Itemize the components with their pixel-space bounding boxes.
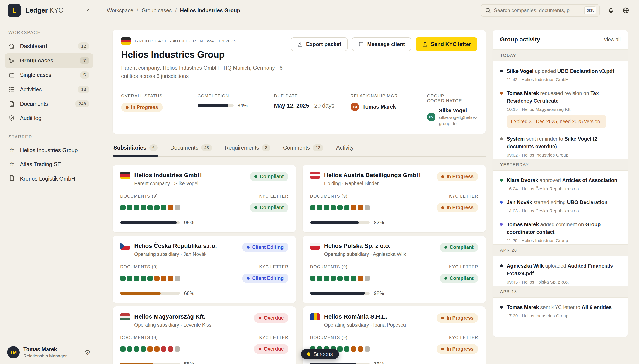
activity-item-body: Silke Vogel uploaded UBO Declaration v3.… bbox=[507, 67, 614, 82]
search-input[interactable] bbox=[494, 8, 581, 14]
view-all-link[interactable]: View all bbox=[604, 37, 620, 42]
activity-item-body: Agnieszka Wilk uploaded Audited Financia… bbox=[507, 262, 620, 284]
activity-meta: 09:45 · Helios Polska Sp. z o.o. bbox=[507, 280, 620, 284]
notifications-bell-icon[interactable] bbox=[607, 7, 614, 14]
tab-subsidiaries[interactable]: Subsidiaries6 bbox=[113, 143, 158, 156]
subsidiary-card-helios-austria-beteiligungs-gmbh[interactable]: Helios Austria Beteiligungs GmbHHolding … bbox=[302, 165, 486, 232]
card-names: Helios Austria Beteiligungs GmbHHolding … bbox=[324, 172, 432, 186]
card-names: Helios Industries GmbHParent company · S… bbox=[134, 172, 246, 186]
status-label: Overdue bbox=[264, 315, 284, 321]
doc-square-green bbox=[120, 205, 126, 210]
screens-dot-icon bbox=[307, 352, 310, 356]
subsidiary-subtitle: Operating subsidiary · Ioana Popescu bbox=[324, 322, 432, 328]
card-squares-row: Overdue bbox=[120, 344, 288, 354]
sidebar-item-group-cases[interactable]: Group cases7 bbox=[5, 53, 93, 68]
upload-icon bbox=[422, 41, 428, 47]
search-box[interactable]: ⌘K bbox=[481, 4, 600, 16]
card-progress-row: 78% bbox=[310, 361, 478, 364]
progress-bar bbox=[120, 292, 180, 295]
shield-icon bbox=[8, 115, 15, 122]
activity-meta: 11:42 · Helios Industries GmbH bbox=[507, 77, 614, 82]
starred-list: ☆Helios Industries Group☆Atlas Trading S… bbox=[5, 143, 93, 186]
send-kyc-letter-button[interactable]: Send KYC letter bbox=[416, 38, 477, 51]
sidebar-item-label: Audit log bbox=[20, 115, 42, 122]
starred-item-kronos-logistik-gmbh[interactable]: Kronos Logistik GmbH bbox=[5, 171, 93, 186]
chevron-down-icon[interactable] bbox=[84, 7, 90, 14]
card-mini-labels: DOCUMENTS (9)KYC LETTER bbox=[310, 264, 478, 269]
tab-comments[interactable]: Comments12 bbox=[282, 143, 324, 156]
starred-item-atlas-trading-se[interactable]: ☆Atlas Trading SE bbox=[5, 157, 93, 171]
count-badge: 5 bbox=[80, 71, 90, 78]
activity-item[interactable]: Tomas Marek added comment on Group coord… bbox=[493, 215, 628, 244]
breadcrumb: Workspace / Group cases / Helios Industr… bbox=[107, 8, 240, 14]
activity-item[interactable]: System sent reminder to Silke Vogel (2 d… bbox=[493, 129, 628, 159]
status-badge: Compliant bbox=[440, 242, 478, 252]
document-status-squares bbox=[120, 346, 180, 352]
main-column: Workspace / Group cases / Helios Industr… bbox=[98, 0, 639, 364]
activity-item[interactable]: Silke Vogel uploaded UBO Declaration v3.… bbox=[493, 61, 628, 84]
export-packet-button[interactable]: Export packet bbox=[291, 38, 348, 51]
sidebar-item-dashboard[interactable]: Dashboard12 bbox=[5, 39, 93, 53]
doc-square-green bbox=[148, 276, 153, 281]
sidebar-item-documents[interactable]: Documents248 bbox=[5, 97, 93, 111]
doc-square-orange bbox=[358, 205, 363, 210]
activity-item[interactable]: Jan Novák started editing UBO Declaratio… bbox=[493, 192, 628, 215]
activity-dot-amber bbox=[500, 92, 503, 94]
kyc-status-label: In Progress bbox=[446, 346, 474, 352]
document-status-squares bbox=[120, 205, 180, 210]
user-card[interactable]: TM Tomas Marek Relationship Manager ⚙ bbox=[0, 341, 98, 364]
search-icon bbox=[485, 8, 491, 14]
activity-item[interactable]: Klara Dvorak approved Articles of Associ… bbox=[493, 170, 628, 192]
subsidiary-name: Helios Česká Republika s.r.o. bbox=[134, 242, 238, 249]
doc-square-green bbox=[344, 276, 350, 281]
status-label: In Progress bbox=[446, 315, 474, 321]
sidebar-item-audit-log[interactable]: Audit log bbox=[5, 111, 93, 125]
activity-item-body: Tomas Marek sent KYC letter to All 6 ent… bbox=[507, 304, 612, 318]
activity-item[interactable]: Tomas Marek requested revision on Tax Re… bbox=[493, 84, 628, 129]
sidebar-item-single-cases[interactable]: Single cases5 bbox=[5, 68, 93, 82]
settings-gear-icon[interactable]: ⚙ bbox=[84, 348, 91, 356]
card-squares-row: In Progress bbox=[310, 203, 478, 212]
screens-label: Screens bbox=[313, 351, 333, 357]
doc-icon bbox=[8, 100, 15, 107]
topbar: Workspace / Group cases / Helios Industr… bbox=[98, 0, 639, 21]
tab-requirements[interactable]: Requirements8 bbox=[224, 143, 271, 156]
breadcrumb-group-cases[interactable]: Group cases bbox=[142, 8, 172, 14]
activity-meta: 09:02 · Helios Industries Group bbox=[507, 152, 620, 158]
tab-documents[interactable]: Documents48 bbox=[170, 143, 212, 156]
doc-square-green bbox=[120, 346, 126, 352]
status-badge: In Progress bbox=[436, 172, 478, 181]
activity-text: Jan Novák started editing UBO Declaratio… bbox=[507, 198, 608, 206]
sidebar-item-activities[interactable]: Activities13 bbox=[5, 82, 93, 97]
doc-square-green bbox=[141, 205, 146, 210]
subsidiary-card-helios-polska-sp-z-o-o[interactable]: Helios Polska Sp. z o.o.Operating subsid… bbox=[302, 236, 486, 303]
card-header: Helios Česká Republika s.r.o.Operating s… bbox=[120, 242, 288, 257]
starred-item-helios-industries-group[interactable]: ☆Helios Industries Group bbox=[5, 143, 93, 157]
subsidiary-card-helios-esk-republika-s-r-o[interactable]: Helios Česká Republika s.r.o.Operating s… bbox=[112, 236, 296, 303]
doc-square-orange bbox=[168, 276, 173, 281]
doc-square-orange bbox=[154, 276, 160, 281]
tab-activity[interactable]: Activity bbox=[336, 143, 354, 156]
activity-dot-indigo bbox=[500, 223, 503, 226]
list-icon bbox=[8, 86, 15, 93]
card-names: Helios Polska Sp. z o.o.Operating subsid… bbox=[324, 242, 436, 257]
activity-item[interactable]: Agnieszka Wilk uploaded Audited Financia… bbox=[493, 256, 628, 286]
subsidiary-subtitle: Operating subsidiary · Jan Novák bbox=[134, 252, 238, 257]
card-header: Helios Industries GmbHParent company · S… bbox=[120, 172, 288, 186]
breadcrumb-workspace[interactable]: Workspace bbox=[107, 8, 134, 14]
subsidiary-card-helios-industries-gmbh[interactable]: Helios Industries GmbHParent company · S… bbox=[112, 165, 296, 232]
screens-pill[interactable]: Screens bbox=[301, 349, 339, 359]
card-header: Helios România S.R.L.Operating subsidiar… bbox=[310, 313, 478, 328]
germany-flag-icon bbox=[121, 38, 131, 44]
coordinator-email: silke.vogel@helios-group.de bbox=[439, 114, 477, 127]
progress-value: 78% bbox=[374, 361, 384, 364]
main-area: GROUP CASE · #1041 · RENEWAL FY2025 Heli… bbox=[98, 21, 639, 364]
activity-text: System sent reminder to Silke Vogel (2 d… bbox=[507, 135, 620, 150]
activity-item[interactable]: Tomas Marek sent KYC letter to All 6 ent… bbox=[493, 298, 628, 320]
message-client-button[interactable]: Message client bbox=[352, 38, 411, 51]
sidebar-item-label: Single cases bbox=[20, 72, 51, 78]
workspace-switcher[interactable]: L Ledger KYC bbox=[0, 0, 98, 21]
subsidiary-card-helios-magyarorsz-g-kft[interactable]: Helios Magyarország Kft.Operating subsid… bbox=[112, 306, 296, 364]
language-globe-icon[interactable] bbox=[622, 7, 630, 14]
doc-square-red bbox=[161, 346, 166, 352]
